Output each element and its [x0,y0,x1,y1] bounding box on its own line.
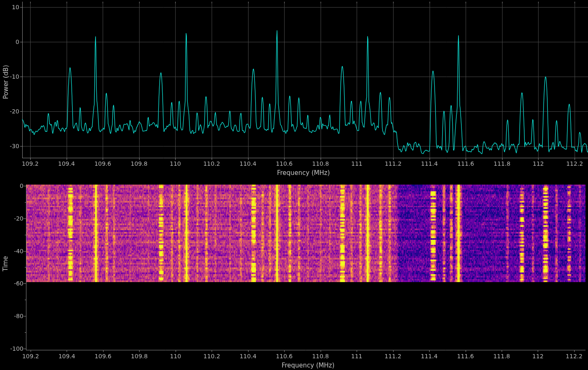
spectrum-x-tick-label: 112.2 [566,160,583,167]
spectrum-y-tick-label: -10 [3,73,19,80]
waterfall-x-tick-label: 110.2 [203,353,220,360]
waterfall-x-tick-label: 109.2 [22,353,39,360]
waterfall-x-tick-label: 110 [170,353,181,360]
spectrum-x-axis-title: Frequency (MHz) [277,170,330,177]
spectrum-y-tick-label: 0 [3,39,19,45]
spectrum-y-tick-label: 10 [3,4,19,10]
waterfall-x-tick-label: 109.8 [131,353,148,360]
spectrum-x-tick-label: 109.8 [131,160,148,167]
spectrum-x-tick-label: 111 [351,160,363,167]
waterfall-y-tick-label: -60 [3,280,23,287]
spectrum-x-tick-label: 109.4 [58,160,75,167]
waterfall-y-tick-label: -40 [3,248,23,254]
waterfall-x-tick-label: 109.6 [95,353,111,360]
spectrum-x-tick-label: 111.6 [457,160,474,167]
waterfall-x-tick-label: 110.4 [240,353,256,360]
waterfall-x-tick-label: 110.8 [312,353,329,360]
spectrum-x-tick-label: 110 [170,160,181,167]
waterfall-x-tick-label: 109.4 [58,353,75,360]
waterfall-x-tick-label: 111.4 [421,353,438,360]
spectrum-y-axis-title: Power (dB) [3,65,10,99]
spectrum-x-tick-label: 110.2 [203,160,220,167]
spectrum-x-tick-label: 110.8 [312,160,329,167]
spectrum-x-tick-label: 111.8 [494,160,510,167]
waterfall-x-tick-label: 112.2 [566,353,583,360]
waterfall-x-tick-label: 112 [532,353,544,360]
spectrum-x-tick-label: 109.6 [94,160,111,167]
waterfall-x-tick-label: 111.8 [493,353,510,360]
waterfall-x-axis-title: Frequency (MHz) [282,362,334,369]
spectrum-x-tick-label: 109.2 [22,160,39,167]
waterfall-y-tick-label: 0 [3,182,23,189]
spectrum-y-tick-label: -20 [3,108,19,115]
waterfall-y-tick-label: -100 [3,345,23,352]
waterfall-x-tick-label: 111.6 [457,353,474,360]
waterfall-x-tick-label: 111.2 [385,353,401,360]
spectrum-x-tick-label: 111.4 [421,160,438,167]
spectrum-x-tick-label: 110.4 [240,160,256,167]
spectrum-x-tick-label: 112 [533,160,544,167]
sdr-spectrum-display: Power (dB) Frequency (MHz) 109.2109.4109… [0,0,588,370]
waterfall-x-tick-label: 110.6 [276,353,293,360]
waterfall-y-tick-label: -20 [3,215,23,222]
spectrum-x-tick-label: 110.6 [276,160,293,167]
waterfall-y-axis-title: Time [2,256,9,272]
spectrum-y-tick-label: -30 [3,143,19,149]
waterfall-y-tick-label: -80 [3,313,23,319]
spectrum-x-tick-label: 111.2 [385,160,401,167]
waterfall-x-tick-label: 111 [351,353,363,360]
spectrum-chart[interactable] [0,0,588,181]
waterfall-chart[interactable] [0,181,588,370]
